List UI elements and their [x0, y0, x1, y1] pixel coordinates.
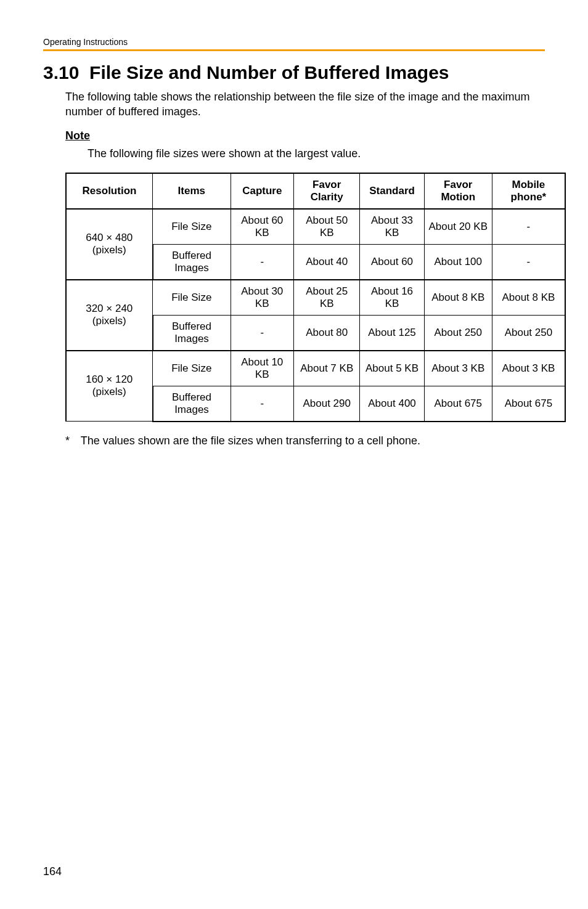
table-row: 320 × 240 (pixels) File Size About 30 KB…	[66, 280, 565, 316]
footnote: * The values shown are the file sizes wh…	[65, 434, 545, 447]
cell-resolution: 640 × 480 (pixels)	[66, 209, 153, 280]
cell-items: File Size	[153, 209, 231, 245]
cell-favor-motion: About 8 KB	[424, 280, 492, 316]
cell-mobile: About 250	[492, 315, 565, 351]
cell-favor-clarity: About 7 KB	[294, 351, 360, 386]
cell-capture: -	[231, 386, 294, 422]
col-resolution: Resolution	[66, 173, 153, 209]
cell-resolution: 320 × 240 (pixels)	[66, 280, 153, 351]
col-favor-clarity: Favor Clarity	[294, 173, 360, 209]
page-number: 164	[43, 865, 62, 878]
cell-favor-motion: About 250	[424, 315, 492, 351]
cell-favor-motion: About 3 KB	[424, 351, 492, 386]
cell-standard: About 125	[360, 315, 424, 351]
running-header: Operating Instructions	[43, 37, 545, 49]
specs-table: Resolution Items Capture Favor Clarity S…	[65, 173, 566, 422]
table-header-row: Resolution Items Capture Favor Clarity S…	[66, 173, 565, 209]
cell-favor-clarity: About 290	[294, 386, 360, 422]
cell-mobile: About 8 KB	[492, 280, 565, 316]
cell-capture: -	[231, 244, 294, 280]
cell-capture: About 60 KB	[231, 209, 294, 245]
cell-items: Buffered Images	[153, 244, 231, 280]
cell-favor-clarity: About 50 KB	[294, 209, 360, 245]
cell-favor-clarity: About 40	[294, 244, 360, 280]
header-rule	[43, 49, 545, 51]
cell-mobile: -	[492, 209, 565, 245]
note-text: The following file sizes were shown at t…	[88, 147, 545, 160]
section-title: 3.10 File Size and Number of Buffered Im…	[43, 62, 545, 83]
cell-mobile: -	[492, 244, 565, 280]
col-favor-motion: Favor Motion	[424, 173, 492, 209]
cell-standard: About 400	[360, 386, 424, 422]
col-capture: Capture	[231, 173, 294, 209]
cell-mobile: About 675	[492, 386, 565, 422]
note-heading: Note	[65, 129, 545, 142]
cell-mobile: About 3 KB	[492, 351, 565, 386]
section-number: 3.10	[43, 62, 79, 83]
intro-paragraph: The following table shows the relationsh…	[65, 89, 545, 120]
table-row: 160 × 120 (pixels) File Size About 10 KB…	[66, 351, 565, 386]
cell-capture: About 30 KB	[231, 280, 294, 316]
col-items: Items	[153, 173, 231, 209]
cell-favor-clarity: About 80	[294, 315, 360, 351]
cell-items: Buffered Images	[153, 315, 231, 351]
footnote-marker: *	[65, 434, 78, 447]
cell-standard: About 33 KB	[360, 209, 424, 245]
cell-items: Buffered Images	[153, 386, 231, 422]
cell-favor-motion: About 20 KB	[424, 209, 492, 245]
cell-standard: About 60	[360, 244, 424, 280]
col-mobile: Mobile phone*	[492, 173, 565, 209]
cell-capture: About 10 KB	[231, 351, 294, 386]
cell-capture: -	[231, 315, 294, 351]
cell-favor-motion: About 100	[424, 244, 492, 280]
cell-favor-clarity: About 25 KB	[294, 280, 360, 316]
cell-resolution: 160 × 120 (pixels)	[66, 351, 153, 422]
cell-items: File Size	[153, 280, 231, 316]
table-row: 640 × 480 (pixels) File Size About 60 KB…	[66, 209, 565, 245]
section-heading-text: File Size and Number of Buffered Images	[89, 62, 449, 83]
cell-items: File Size	[153, 351, 231, 386]
cell-standard: About 5 KB	[360, 351, 424, 386]
col-standard: Standard	[360, 173, 424, 209]
cell-favor-motion: About 675	[424, 386, 492, 422]
footnote-text: The values shown are the file sizes when…	[81, 434, 420, 447]
cell-standard: About 16 KB	[360, 280, 424, 316]
